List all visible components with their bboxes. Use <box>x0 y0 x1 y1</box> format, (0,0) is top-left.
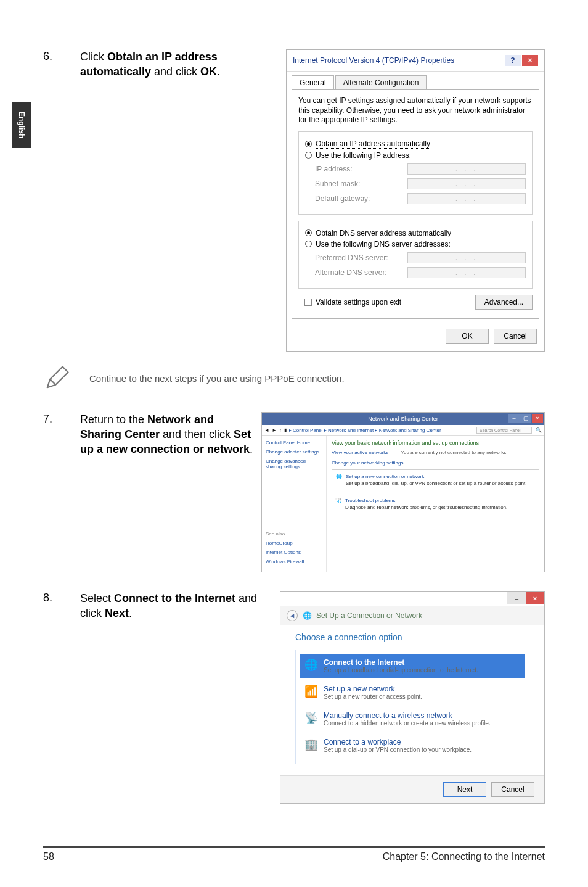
back-arrow-icon[interactable]: ◄ <box>264 427 269 433</box>
default-gateway-field[interactable]: . . . <box>407 193 526 204</box>
radio-obtain-ip-auto[interactable] <box>305 141 312 147</box>
label-subnet-mask: Subnet mask: <box>315 179 407 188</box>
addr-crumb-icon: ▮ <box>284 427 287 433</box>
nsc-setup-connection-title: Set up a new connection or network <box>346 474 527 479</box>
validate-label: Validate settings upon exit <box>316 298 401 307</box>
sidebar-internet-options[interactable]: Internet Options <box>266 550 322 555</box>
option-connect-workplace-title: Connect to a workplace <box>324 738 472 746</box>
globe-icon: 🌐 <box>304 658 319 672</box>
troubleshoot-icon: 🩺 <box>335 498 341 510</box>
building-icon: 🏢 <box>304 738 319 751</box>
label-obtain-dns-auto: Obtain DNS server address automatically <box>316 229 451 237</box>
step8-number: 8. <box>43 591 80 605</box>
radio-use-following-ip[interactable] <box>305 152 312 159</box>
option-manual-wireless-sub: Connect to a hidden network or create a … <box>324 720 491 727</box>
minimize-button[interactable]: – <box>507 592 526 604</box>
tab-general[interactable]: General <box>292 75 334 89</box>
label-ip-address: IP address: <box>315 165 407 173</box>
network-wizard-icon: 🌐 <box>303 611 311 620</box>
wireless-icon: 📡 <box>304 711 319 725</box>
option-connect-workplace-sub: Set up a dial-up or VPN connection to yo… <box>324 746 472 753</box>
option-manual-wireless-title: Manually connect to a wireless network <box>324 711 491 720</box>
sidebar-change-sharing[interactable]: Change advanced sharing settings <box>266 458 322 469</box>
ipv4-properties-dialog: Internet Protocol Version 4 (TCP/IPv4) P… <box>286 49 545 352</box>
breadcrumb[interactable]: ▸ Control Panel ▸ Network and Internet ▸… <box>289 427 441 433</box>
label-use-following-ip: Use the following IP address: <box>316 151 411 160</box>
close-button[interactable]: × <box>532 414 543 423</box>
forward-arrow-icon[interactable]: ► <box>272 427 277 433</box>
pencil-icon <box>43 364 77 394</box>
radio-obtain-dns-auto[interactable] <box>305 229 312 236</box>
label-alternate-dns: Alternate DNS server: <box>315 268 407 277</box>
option-manual-wireless[interactable]: 📡 Manually connect to a wireless network… <box>300 707 525 731</box>
option-connect-internet-sub: Set up a broadband or dial-up connection… <box>324 667 478 674</box>
ipv4-description: You can get IP settings assigned automat… <box>298 96 533 125</box>
nsc-view-active-networks: View your active networks <box>332 450 388 455</box>
page-number: 58 <box>43 851 54 862</box>
ipv4-dialog-title: Internet Protocol Version 4 (TCP/IPv4) P… <box>293 56 454 65</box>
nsc-window-title: Network and Sharing Center <box>368 416 438 422</box>
cancel-button[interactable]: Cancel <box>491 782 534 797</box>
subnet-mask-field[interactable]: . . . <box>407 178 526 189</box>
network-sharing-center-window: Network and Sharing Center – ▢ × ◄ ► ↑ ▮… <box>261 412 545 572</box>
nsc-setup-connection-block[interactable]: 🌐 Set up a new connection or network Set… <box>332 469 539 490</box>
language-tab-label: English <box>17 112 26 138</box>
help-button[interactable]: ? <box>505 55 521 66</box>
close-button[interactable]: × <box>526 592 544 604</box>
nsc-change-settings-heading: Change your networking settings <box>332 460 539 466</box>
next-button[interactable]: Next <box>443 782 486 797</box>
sidebar-change-adapter[interactable]: Change adapter settings <box>266 449 322 455</box>
step6-text: Click Obtain an IP address automatically… <box>80 49 286 80</box>
chapter-title: Chapter 5: Connecting to the Internet <box>383 851 545 862</box>
step6-number: 6. <box>43 49 80 64</box>
option-setup-new-network-sub: Set up a new router or access point. <box>324 693 422 700</box>
label-preferred-dns: Preferred DNS server: <box>315 254 407 262</box>
set-up-connection-dialog: – × ◄ 🌐 Set Up a Connection or Network C… <box>280 591 545 804</box>
search-icon[interactable]: 🔍 <box>536 427 542 433</box>
step7-text: Return to the Network and Sharing Center… <box>80 412 261 457</box>
ok-button[interactable]: OK <box>446 329 489 344</box>
nsc-setup-connection-sub: Set up a broadband, dial-up, or VPN conn… <box>346 481 527 486</box>
sidebar-windows-firewall[interactable]: Windows Firewall <box>266 559 322 564</box>
label-use-following-dns: Use the following DNS server addresses: <box>316 240 451 249</box>
nsc-troubleshoot-block[interactable]: 🩺 Troubleshoot problems Diagnose and rep… <box>332 494 539 514</box>
search-control-panel-input[interactable]: Search Control Panel <box>476 427 532 434</box>
sidebar-see-also: See also <box>266 531 322 537</box>
option-connect-workplace[interactable]: 🏢 Connect to a workplace Set up a dial-u… <box>300 733 525 757</box>
nsc-troubleshoot-sub: Diagnose and repair network problems, or… <box>345 505 507 510</box>
radio-use-following-dns[interactable] <box>305 241 312 247</box>
choose-option-heading: Choose a connection option <box>295 632 529 642</box>
advanced-button[interactable]: Advanced... <box>475 295 533 310</box>
option-connect-internet-title: Connect to the Internet <box>324 658 478 667</box>
maximize-button[interactable]: ▢ <box>520 414 531 423</box>
label-default-gateway: Default gateway: <box>315 194 407 203</box>
cancel-button[interactable]: Cancel <box>494 329 537 344</box>
up-arrow-icon[interactable]: ↑ <box>279 427 282 433</box>
option-connect-internet[interactable]: 🌐 Connect to the Internet Set up a broad… <box>300 654 525 678</box>
tab-alternate-configuration[interactable]: Alternate Configuration <box>335 75 427 89</box>
language-tab: English <box>12 102 31 148</box>
label-obtain-ip-auto: Obtain an IP address automatically <box>316 139 430 149</box>
note-text: Continue to the next steps if you are us… <box>89 368 545 389</box>
back-button[interactable]: ◄ <box>287 610 298 621</box>
wizard-title: Set Up a Connection or Network <box>316 611 422 620</box>
nsc-no-networks: You are currently not connected to any n… <box>401 450 507 455</box>
close-button[interactable]: × <box>522 55 538 66</box>
nsc-troubleshoot-title: Troubleshoot problems <box>345 498 507 503</box>
router-icon: 📶 <box>304 685 319 698</box>
validate-checkbox[interactable] <box>304 299 312 306</box>
ip-address-field[interactable]: . . . <box>407 163 526 175</box>
alternate-dns-field[interactable]: . . . <box>407 267 526 278</box>
sidebar-control-panel-home[interactable]: Control Panel Home <box>266 440 322 445</box>
option-setup-new-network[interactable]: 📶 Set up a new network Set up a new rout… <box>300 680 525 704</box>
step8-text: Select Connect to the Internet and click… <box>80 591 280 621</box>
nsc-heading: View your basic network information and … <box>332 440 539 446</box>
option-setup-new-network-title: Set up a new network <box>324 685 422 693</box>
minimize-button[interactable]: – <box>508 414 520 423</box>
sidebar-homegroup[interactable]: HomeGroup <box>266 540 322 546</box>
network-icon: 🌐 <box>336 474 342 486</box>
step7-number: 7. <box>43 412 80 426</box>
preferred-dns-field[interactable]: . . . <box>407 252 526 263</box>
